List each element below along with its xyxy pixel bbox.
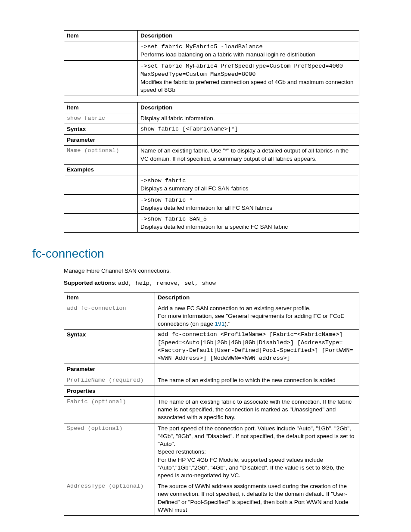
cell-desc: show fabric [<FabricName>|*] [138, 124, 359, 134]
col-header-item: Item [64, 292, 155, 303]
desc-text: Modifies the fabric to preferred connect… [140, 79, 354, 93]
table-row: ->set fabric MyFabric4 PrefSpeedType=Cus… [64, 60, 359, 96]
cell-desc: ->show fabric SAN_5 Displays detailed in… [138, 213, 359, 232]
supported-label: Supported actions [64, 280, 115, 286]
cell-desc [138, 164, 359, 175]
desc-text: Displays detailed information for a spec… [140, 224, 288, 230]
cell-item: AddressType (optional) [64, 481, 155, 516]
cell-item: Properties [64, 386, 155, 396]
table-row: add fc-connection Add a new FC SAN conne… [64, 303, 359, 330]
code-text: ->show fabric SAN_5 [140, 216, 207, 222]
section-heading-fc-connection: fc-connection [32, 246, 379, 262]
cell-item [64, 213, 138, 232]
cell-desc: The name of an existing profile to which… [155, 375, 359, 386]
cell-item: Parameter [64, 364, 155, 375]
cell-desc: Display all fabric information. [138, 113, 359, 124]
cell-desc [155, 386, 359, 396]
cell-item: Examples [64, 164, 138, 175]
cell-desc: ->show fabric Displays a summary of all … [138, 175, 359, 194]
table-row: Parameter [64, 364, 359, 375]
cell-item: add fc-connection [64, 303, 155, 330]
table-row: Name (optional) Name of an existing fabr… [64, 146, 359, 164]
cell-desc: The name of an existing fabric to associ… [155, 397, 359, 423]
code-text: ->show fabric * [140, 197, 193, 203]
cell-item [64, 41, 138, 60]
cell-item: Name (optional) [64, 146, 138, 164]
cell-item: ProfileName (required) [64, 375, 155, 386]
table-row: Fabric (optional) The name of an existin… [64, 397, 359, 423]
cell-desc [155, 364, 359, 375]
desc-text: Displays detailed information for all FC… [140, 205, 272, 211]
table-row: AddressType (optional) The source of WWN… [64, 481, 359, 516]
cell-item: Syntax [64, 124, 138, 134]
table-row: show fabric Display all fabric informati… [64, 113, 359, 124]
cell-desc: ->set fabric MyFabric5 -loadBalance Perf… [138, 41, 359, 60]
cell-desc: add fc-connection <ProfileName> [Fabric=… [155, 330, 359, 364]
cell-item: show fabric [64, 113, 138, 124]
desc-text: Performs load balancing on a fabric with… [140, 51, 315, 58]
cell-item [64, 175, 138, 194]
col-header-desc: Description [138, 102, 359, 113]
supported-actions: Supported actions: add, help, remove, se… [64, 279, 379, 287]
table-row: Properties [64, 386, 359, 396]
cell-item [64, 194, 138, 213]
table-row: Speed (optional) The port speed of the c… [64, 423, 359, 481]
table-show-fabric: Item Description show fabric Display all… [64, 102, 359, 233]
table-row: ->show fabric SAN_5 Displays detailed in… [64, 213, 359, 232]
section-intro: Manage Fibre Channel SAN connections. [64, 267, 379, 275]
page-link-191[interactable]: 191 [215, 320, 225, 327]
col-header-desc: Description [138, 31, 359, 41]
table-row: Syntax add fc-connection <ProfileName> [… [64, 330, 359, 364]
code-text: ->show fabric [140, 177, 186, 184]
cell-desc: ->set fabric MyFabric4 PrefSpeedType=Cus… [138, 60, 359, 96]
cell-item: Parameter [64, 135, 138, 146]
table-row: Examples [64, 164, 359, 175]
table-row: ->set fabric MyFabric5 -loadBalance Perf… [64, 41, 359, 60]
table-row: Syntax show fabric [<FabricName>|*] [64, 124, 359, 134]
table-set-fabric: Item Description ->set fabric MyFabric5 … [64, 30, 359, 96]
cell-item: Fabric (optional) [64, 397, 155, 423]
table-row: Parameter [64, 135, 359, 146]
cell-desc: Add a new FC SAN connection to an existi… [155, 303, 359, 330]
cell-desc: The port speed of the connection port. V… [155, 423, 359, 481]
col-header-item: Item [64, 31, 138, 41]
table-row: ->show fabric * Displays detailed inform… [64, 194, 359, 213]
cell-item [64, 60, 138, 96]
cell-desc [138, 135, 359, 146]
desc-text: Displays a summary of all FC SAN fabrics [140, 185, 249, 192]
cell-desc: The source of WWN address assignments us… [155, 481, 359, 516]
col-header-item: Item [64, 102, 138, 113]
cell-item: Speed (optional) [64, 423, 155, 481]
table-fc-connection: Item Description add fc-connection Add a… [64, 292, 359, 516]
col-header-desc: Description [155, 292, 359, 303]
cell-desc: ->show fabric * Displays detailed inform… [138, 194, 359, 213]
cell-desc: Name of an existing fabric. Use "*" to d… [138, 146, 359, 164]
table-row: ->show fabric Displays a summary of all … [64, 175, 359, 194]
code-text: ->set fabric MyFabric4 PrefSpeedType=Cus… [140, 63, 346, 78]
code-text: ->set fabric MyFabric5 -loadBalance [140, 44, 263, 50]
table-row: ProfileName (required) The name of an ex… [64, 375, 359, 386]
supported-list: add, help, remove, set, show [118, 280, 216, 286]
cell-item: Syntax [64, 330, 155, 364]
